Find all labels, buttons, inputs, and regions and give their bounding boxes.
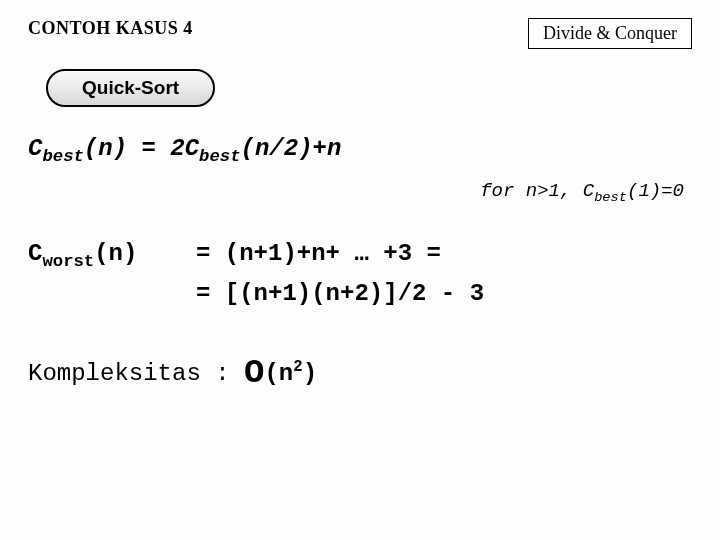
- worst-rhs-1: = (n+1)+n+ … +3 =: [196, 235, 441, 276]
- note-sub: best: [594, 190, 627, 205]
- complexity-open: (n: [264, 360, 293, 387]
- eq-mid: (n) = 2C: [84, 135, 199, 162]
- note-pre: for n>1, C: [480, 180, 594, 202]
- base-case-note: for n>1, Cbest(1)=0: [28, 180, 684, 205]
- worst-lhs: Cworst(n): [28, 235, 196, 276]
- worst-row-2: = [(n+1)(n+2)]/2 - 3: [28, 275, 692, 312]
- worst-arg: (n): [94, 240, 137, 267]
- worst-c: C: [28, 240, 42, 267]
- eq-c1: C: [28, 135, 42, 162]
- eq-tail: (n/2)+n: [241, 135, 342, 162]
- page-title: CONTOH KASUS 4: [28, 18, 193, 39]
- big-o-symbol: O: [244, 354, 264, 392]
- complexity-exp: 2: [293, 358, 302, 376]
- worst-rhs-2: = [(n+1)(n+2)]/2 - 3: [196, 275, 484, 312]
- slide: CONTOH KASUS 4 Divide & Conquer Quick-So…: [0, 0, 720, 540]
- complexity-close: ): [303, 360, 317, 387]
- worst-sub: worst: [42, 251, 94, 270]
- worst-lhs-empty: [28, 275, 196, 312]
- eq-sub1: best: [42, 147, 83, 166]
- complexity-label: Kompleksitas :: [28, 360, 244, 387]
- note-post: (1)=0: [627, 180, 684, 202]
- best-case-equation: Cbest(n) = 2Cbest(n/2)+n: [28, 135, 692, 166]
- eq-sub2: best: [199, 147, 240, 166]
- worst-row-1: Cworst(n) = (n+1)+n+ … +3 =: [28, 235, 692, 276]
- topic-box: Divide & Conquer: [528, 18, 692, 49]
- complexity-line: Kompleksitas : O(n2): [28, 354, 692, 392]
- section-label-pill: Quick-Sort: [46, 69, 215, 107]
- header-row: CONTOH KASUS 4 Divide & Conquer: [28, 18, 692, 49]
- worst-case-equation: Cworst(n) = (n+1)+n+ … +3 = = [(n+1)(n+2…: [28, 235, 692, 313]
